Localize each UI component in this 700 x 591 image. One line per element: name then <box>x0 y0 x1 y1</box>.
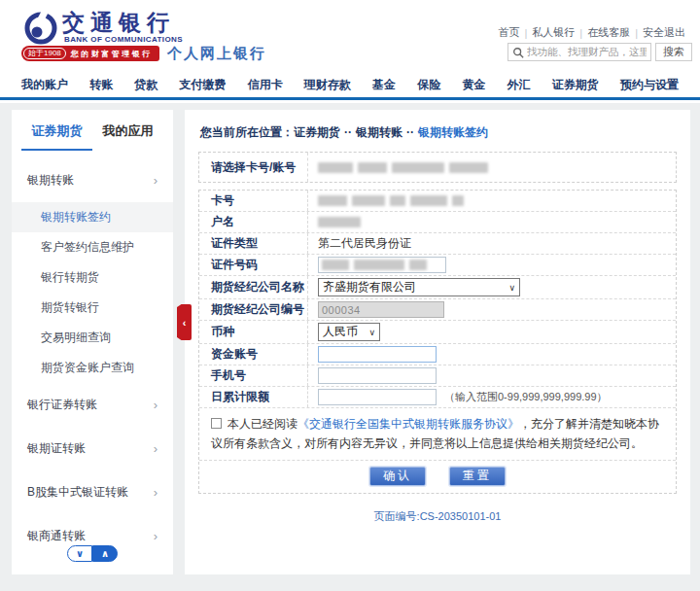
sidebar-pager: ∨ ∧ <box>67 545 118 562</box>
sidebar-group-label: 银期转账 <box>27 172 74 189</box>
broker-code-label: 期货经纪公司编号 <box>199 299 308 320</box>
sidebar-item-0-2[interactable]: 银行转期货 <box>12 262 173 293</box>
top-link-3[interactable]: 安全退出 <box>643 25 685 40</box>
fund-account-input[interactable] <box>318 346 437 363</box>
chevron-right-icon: › <box>154 173 158 188</box>
bank-logo-icon <box>23 11 58 46</box>
sidebar-group-label: 银期证转账 <box>27 440 86 457</box>
top-link-2[interactable]: 在线客服 <box>587 25 630 40</box>
daily-limit-hint: （输入范围0-99,999,999,999.99） <box>444 390 608 404</box>
breadcrumb-segment-2[interactable]: 银期转账签约 <box>418 125 488 139</box>
agreement-row: 本人已经阅读《交通银行全国集中式银期转账服务协议》，充分了解并清楚知晓本协议所有… <box>199 408 676 461</box>
search-placeholder: 找功能、找理财产品，这里输入。 <box>527 46 647 59</box>
daily-limit-input[interactable] <box>318 389 437 405</box>
signup-form: 请选择卡号/账号 卡号 户名 <box>198 152 677 494</box>
nav-item-3[interactable]: 支付缴费 <box>180 77 227 93</box>
ribbon-year: 始于1908 <box>23 48 66 59</box>
mobile-input[interactable] <box>318 367 437 384</box>
chevron-down-icon: ∨ <box>508 283 515 293</box>
details-box: 卡号 户名 证件类型 第二代居民身份证 证件号码 <box>198 190 677 494</box>
scroll-down-button[interactable]: ∨ <box>67 545 92 562</box>
nav-item-0[interactable]: 我的账户 <box>21 77 68 93</box>
chevron-right-icon: › <box>154 441 158 456</box>
bank-name-en: BANK OF COMMUNICATIONS <box>64 35 183 44</box>
confirm-button[interactable]: 确认 <box>369 467 426 486</box>
chevron-right-icon: › <box>154 529 158 543</box>
top-link-0[interactable]: 首页 <box>498 25 519 40</box>
id-type-row: 证件类型 第二代居民身份证 <box>199 233 676 255</box>
nav-item-6[interactable]: 基金 <box>372 77 396 93</box>
sidebar-item-0-4[interactable]: 交易明细查询 <box>12 323 173 353</box>
ribbon-slogan: 您的财富管理银行 <box>71 49 153 59</box>
card-select-value-redacted <box>318 162 488 173</box>
sidebar-tabs: 证券期货我的应用 <box>12 110 173 151</box>
scroll-up-button[interactable]: ∧ <box>92 545 118 562</box>
main-panel: ‹ 您当前所在位置：证券期货··银期转账··银期转账签约 请选择卡号/账号 卡号 <box>185 110 690 574</box>
broker-name-select[interactable]: 齐盛期货有限公司 ∨ <box>318 278 520 296</box>
top-link-1[interactable]: 私人银行 <box>532 25 575 40</box>
sidebar: 证券期货我的应用 银期转账›银期转账签约客户签约信息维护银行转期货期货转银行交易… <box>12 110 173 574</box>
currency-selected: 人民币 <box>323 324 358 340</box>
search-button[interactable]: 搜索 <box>655 43 692 61</box>
sidebar-group-label: B股集中式银证转账 <box>27 484 128 501</box>
sidebar-group-label: 银行证券转账 <box>27 397 97 413</box>
broker-code-input: 000034 <box>318 301 444 318</box>
daily-limit-row: 日累计限额 （输入范围0-99,999,999,999.99） <box>199 387 676 408</box>
account-name-row: 户名 <box>199 212 676 233</box>
sidebar-group-0[interactable]: 银期转账› <box>12 158 173 202</box>
content-area: 证券期货我的应用 银期转账›银期转账签约客户签约信息维护银行转期货期货转银行交易… <box>0 103 700 591</box>
id-no-row: 证件号码 <box>199 255 676 276</box>
fund-account-label: 资金账号 <box>199 344 308 365</box>
sidebar-group-1[interactable]: 银行证券转账› <box>12 383 173 427</box>
fund-account-row: 资金账号 <box>199 344 676 365</box>
sidebar-menu: 银期转账›银期转账签约客户签约信息维护银行转期货期货转银行交易明细查询期货资金账… <box>12 158 173 558</box>
link-separator: | <box>579 27 582 39</box>
nav-item-5[interactable]: 理财存款 <box>304 77 351 93</box>
chevron-right-icon: › <box>154 398 158 412</box>
breadcrumb-segment-1[interactable]: 银期转账 <box>356 125 402 139</box>
collapse-sidebar-tab[interactable]: ‹ <box>177 304 192 340</box>
sidebar-group-3[interactable]: B股集中式银证转账› <box>12 470 173 514</box>
card-select-box: 请选择卡号/账号 <box>198 152 677 183</box>
nav-item-7[interactable]: 保险 <box>417 77 440 93</box>
breadcrumb: 您当前所在位置：证券期货··银期转账··银期转账签约 <box>185 110 690 150</box>
nav-item-2[interactable]: 贷款 <box>134 77 158 93</box>
agreement-prefix: 本人已经阅读 <box>228 417 298 431</box>
card-select-control[interactable] <box>308 160 676 175</box>
brand-ribbon: 始于1908 您的财富管理银行 <box>21 46 159 61</box>
currency-row: 币种 人民币 ∨ <box>199 321 676 344</box>
search-input[interactable]: 找功能、找理财产品，这里输入。 <box>508 43 651 61</box>
account-name-value-redacted <box>318 217 361 227</box>
page-number: 页面编号:CS-20350101-01 <box>185 509 690 524</box>
currency-select[interactable]: 人民币 ∨ <box>318 323 380 341</box>
nav-item-1[interactable]: 转账 <box>89 77 113 93</box>
breadcrumb-segment-0[interactable]: 证券期货 <box>294 125 340 139</box>
card-select-label: 请选择卡号/账号 <box>199 153 308 182</box>
agreement-link[interactable]: 《交通银行全国集中式银期转账服务协议》 <box>298 417 519 431</box>
breadcrumb-separator: ·· <box>406 125 414 139</box>
sidebar-group-2[interactable]: 银期证转账› <box>12 427 173 470</box>
nav-item-10[interactable]: 证券期货 <box>552 77 599 93</box>
sidebar-group-label: 银商通转账 <box>27 528 86 544</box>
sidebar-tab-1[interactable]: 我的应用 <box>92 122 163 151</box>
main-nav: 我的账户转账贷款支付缴费信用卡理财存款基金保险黄金外汇证券期货预约与设置 <box>0 73 700 100</box>
broker-name-selected: 齐盛期货有限公司 <box>323 279 416 296</box>
search-icon <box>512 47 524 58</box>
agreement-checkbox[interactable] <box>211 418 222 429</box>
nav-item-8[interactable]: 黄金 <box>462 77 485 93</box>
nav-item-9[interactable]: 外汇 <box>508 77 531 93</box>
reset-button[interactable]: 重置 <box>449 467 506 486</box>
chevron-right-icon: › <box>154 485 158 500</box>
sidebar-item-0-3[interactable]: 期货转银行 <box>12 293 173 323</box>
sidebar-item-0-5[interactable]: 期货资金账户查询 <box>12 353 173 383</box>
id-no-input[interactable] <box>318 257 446 273</box>
card-no-label: 卡号 <box>199 191 308 211</box>
sidebar-item-0-1[interactable]: 客户签约信息维护 <box>12 232 173 262</box>
daily-limit-label: 日累计限额 <box>199 387 308 407</box>
nav-item-4[interactable]: 信用卡 <box>248 77 283 93</box>
sidebar-tab-0[interactable]: 证券期货 <box>21 122 92 151</box>
sidebar-item-0-0[interactable]: 银期转账签约 <box>12 202 173 232</box>
broker-code-row: 期货经纪公司编号 000034 <box>199 299 676 321</box>
nav-item-11[interactable]: 预约与设置 <box>620 77 679 93</box>
id-no-label: 证件号码 <box>199 255 308 275</box>
